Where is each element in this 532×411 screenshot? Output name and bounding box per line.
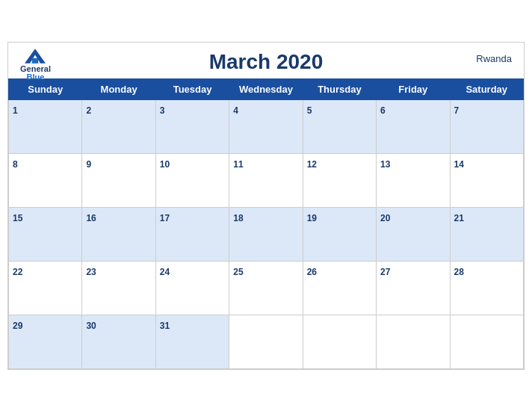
calendar-cell: 21 (450, 207, 523, 261)
calendar-cell: 28 (450, 261, 523, 315)
day-number: 31 (160, 321, 170, 331)
calendar-cell: 25 (229, 261, 303, 315)
day-number: 28 (454, 267, 464, 277)
calendar-cell: 13 (377, 153, 450, 207)
calendar-cell: 7 (450, 99, 523, 153)
calendar-cell (450, 315, 523, 368)
day-number: 14 (454, 159, 464, 170)
day-number: 6 (380, 105, 386, 116)
day-number: 10 (160, 159, 170, 170)
day-number: 4 (233, 105, 238, 116)
day-number: 24 (160, 267, 170, 277)
calendar-cell: 23 (82, 261, 155, 315)
day-number: 29 (13, 321, 22, 331)
day-number: 3 (160, 105, 165, 116)
day-number: 26 (307, 267, 317, 277)
header-tuesday: Tuesday (155, 78, 229, 99)
calendar-cell: 12 (303, 153, 376, 207)
day-number: 19 (307, 213, 317, 223)
day-number: 9 (86, 159, 91, 170)
calendar-cell (377, 315, 450, 368)
day-number: 21 (454, 213, 464, 223)
day-number: 17 (160, 213, 170, 223)
calendar-cell (303, 315, 376, 368)
calendar-cell: 15 (9, 207, 82, 261)
day-number: 16 (86, 213, 96, 223)
calendar-cell: 9 (82, 153, 155, 207)
calendar-cell: 2 (82, 99, 155, 153)
day-number: 12 (307, 159, 317, 170)
day-number: 8 (13, 159, 18, 170)
day-number: 18 (233, 213, 243, 223)
day-number: 22 (13, 267, 22, 277)
weekday-header-row: Sunday Monday Tuesday Wednesday Thursday… (9, 78, 524, 99)
day-number: 2 (86, 105, 91, 116)
header-monday: Monday (82, 78, 155, 99)
calendar-cell: 29 (9, 315, 82, 368)
week-row-1: 1234567 (9, 99, 524, 153)
week-row-3: 15161718192021 (9, 207, 524, 261)
week-row-2: 891011121314 (9, 153, 524, 207)
calendar-cell: 22 (9, 261, 82, 315)
calendar-cell: 30 (82, 315, 155, 368)
calendar-cell: 31 (155, 315, 229, 368)
calendar-cell: 17 (155, 207, 229, 261)
calendar-cell: 8 (9, 153, 82, 207)
day-number: 20 (380, 213, 390, 223)
calendar-cell (229, 315, 303, 368)
week-row-4: 22232425262728 (9, 261, 524, 315)
logo-icon (25, 49, 46, 64)
logo-general: General (20, 65, 51, 73)
header-saturday: Saturday (450, 78, 523, 99)
calendar-cell: 18 (229, 207, 303, 261)
day-number: 7 (454, 105, 460, 116)
day-number: 30 (86, 321, 96, 331)
calendar-cell: 11 (229, 153, 303, 207)
header-thursday: Thursday (303, 78, 376, 99)
day-number: 25 (233, 267, 243, 277)
calendar-title: March 2020 (209, 50, 324, 74)
calendar-table: Sunday Monday Tuesday Wednesday Thursday… (8, 78, 524, 369)
calendar-cell: 6 (377, 99, 450, 153)
calendar-cell: 26 (303, 261, 376, 315)
calendar-cell: 24 (155, 261, 229, 315)
logo-blue: Blue (27, 73, 45, 81)
day-number: 11 (233, 159, 243, 170)
calendar-cell: 27 (377, 261, 450, 315)
header-friday: Friday (377, 78, 450, 99)
day-number: 13 (380, 159, 390, 170)
svg-rect-2 (32, 58, 38, 63)
calendar-cell: 20 (377, 207, 450, 261)
header-sunday: Sunday (9, 78, 82, 99)
calendar-cell: 10 (155, 153, 229, 207)
header-wednesday: Wednesday (229, 78, 303, 99)
day-number: 5 (307, 105, 312, 116)
day-number: 27 (380, 267, 390, 277)
calendar-cell: 1 (9, 99, 82, 153)
day-number: 15 (13, 213, 22, 223)
calendar: General Blue March 2020 Rwanda Sunday Mo… (7, 42, 525, 370)
week-row-5: 293031 (9, 315, 524, 368)
day-number: 1 (13, 105, 18, 116)
calendar-cell: 4 (229, 99, 303, 153)
logo: General Blue (20, 49, 51, 81)
calendar-cell: 19 (303, 207, 376, 261)
calendar-cell: 14 (450, 153, 523, 207)
calendar-cell: 5 (303, 99, 376, 153)
calendar-header: General Blue March 2020 Rwanda (8, 43, 524, 78)
country-label: Rwanda (476, 53, 512, 64)
calendar-cell: 3 (155, 99, 229, 153)
day-number: 23 (86, 267, 96, 277)
calendar-cell: 16 (82, 207, 155, 261)
